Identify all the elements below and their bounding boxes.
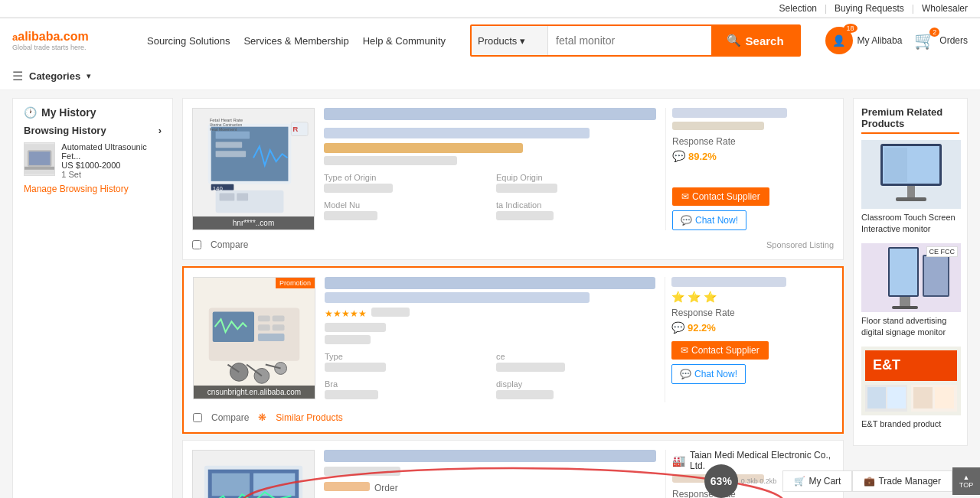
chevron-down-icon: ▾ (520, 35, 525, 47)
ce-badge: CE FCC (926, 246, 959, 257)
product-details-1: Type of Origin Equip Origin Model Nu (324, 108, 656, 230)
response-value-1: 89.2% (688, 151, 717, 162)
manage-history-link[interactable]: Manage Browsing History (24, 184, 162, 194)
product-image-2[interactable]: Promotion cnsunbright.en.alibaba.com (193, 277, 315, 399)
svg-text:Fetal Heart Rate: Fetal Heart Rate (210, 118, 243, 122)
svg-text:E&T: E&T (873, 357, 900, 373)
search-button[interactable]: 🔍 Search (711, 26, 799, 55)
response-rate-2: Response Rate (671, 308, 735, 318)
product-card-2: Promotion cnsunbright.en.alibaba.com ★★★… (182, 266, 844, 434)
supplier-domain-2: cnsunbright.en.alibaba.com (194, 386, 315, 399)
svg-rect-62 (913, 387, 933, 408)
product-image-1[interactable]: 140 R Fetal Heart Rate Uterine Contracti… (192, 108, 315, 230)
trade-icon: 💼 (864, 476, 875, 487)
premium-image-3: E&T (861, 347, 961, 415)
svg-rect-24 (273, 315, 285, 321)
contact-supplier-2[interactable]: ✉ Contact Supplier (671, 341, 769, 360)
premium-image-2: CE FCC (861, 243, 961, 312)
selection-link[interactable]: Selection (779, 3, 817, 14)
orders-label: Orders (939, 35, 968, 46)
svg-rect-26 (273, 324, 285, 330)
sidebar-product-item: Automated Ultrasounic Fet... US $1000-20… (24, 142, 162, 179)
premium-desc-2: Floor stand advertising digital signage … (861, 315, 959, 339)
nav-help[interactable]: Help & Community (363, 35, 446, 47)
product-details-2: ★★★★★ Type (325, 277, 655, 402)
nav-services[interactable]: Services & Membership (243, 35, 348, 47)
similar-products-icon: ❋ (258, 412, 266, 423)
svg-text:Fetal Movement: Fetal Movement (210, 128, 237, 132)
orders-button[interactable]: 🛒 2 Orders (914, 31, 968, 50)
svg-rect-54 (924, 256, 948, 295)
premium-item-2[interactable]: CE FCC Floor stand advertising digital s… (861, 243, 959, 339)
contact-icon-2: ✉ (681, 345, 688, 356)
response-icon-1: 💬 (672, 150, 685, 162)
svg-text:Uterine Contraction: Uterine Contraction (210, 123, 243, 127)
promo-badge-2: Promotion (276, 278, 315, 288)
my-alibaba-button[interactable]: 👤 18 My Alibaba (825, 27, 903, 54)
logo-sub: Global trade starts here. (12, 44, 87, 51)
search-input[interactable] (548, 26, 711, 55)
svg-rect-3 (24, 167, 54, 170)
supplier-star-icon: ⭐ (671, 291, 684, 303)
logo-text: alibaba.com (18, 30, 88, 44)
chat-icon-1: 💬 (681, 215, 692, 226)
chat-now-1[interactable]: 💬 Chat Now! (672, 210, 746, 230)
response-rate-1: Response Rate (672, 136, 736, 147)
compare-checkbox-2[interactable] (193, 413, 202, 422)
premium-title: Premium Related Products (861, 106, 959, 134)
compare-row-2: Compare ❋ Similar Products (193, 412, 833, 423)
svg-rect-25 (258, 324, 270, 330)
trade-manager-button[interactable]: 💼 Trade Manager (852, 470, 952, 492)
wholesaler-link[interactable]: Wholesaler (922, 3, 968, 14)
compare-label-2[interactable]: Compare (211, 412, 249, 423)
categories-chevron-icon: ▾ (87, 71, 91, 81)
sep1: | (825, 3, 827, 14)
contact-icon-1: ✉ (681, 191, 689, 202)
chat-now-2[interactable]: 💬 Chat Now! (671, 364, 746, 384)
scroll-top-button[interactable]: ▲ TOP (952, 467, 980, 495)
chevron-right-icon: › (158, 125, 162, 136)
sidebar-product-qty: 1 Set (61, 170, 162, 179)
cart-icon: 🛒 (794, 476, 805, 487)
svg-rect-13 (220, 194, 235, 201)
logo[interactable]: a alibaba.com Global trade starts here. (12, 30, 135, 51)
menu-icon: ☰ (12, 69, 23, 83)
svg-rect-45 (884, 148, 907, 182)
compare-label-1[interactable]: Compare (211, 239, 248, 250)
product-card-1: 140 R Fetal Heart Rate Uterine Contracti… (182, 98, 844, 260)
similar-products-link[interactable]: Similar Products (276, 412, 342, 423)
svg-rect-59 (867, 387, 886, 408)
premium-image-1 (861, 140, 961, 209)
svg-rect-2 (29, 151, 51, 165)
sponsored-label-1: Sponsored Listing (766, 240, 834, 249)
buying-requests-link[interactable]: Buying Requests (835, 3, 904, 14)
premium-item-1[interactable]: Classroom Touch Screen Interactive monit… (861, 140, 959, 236)
svg-rect-51 (900, 297, 910, 306)
svg-rect-47 (896, 197, 926, 201)
premium-item-3[interactable]: E&T E&T branded product (861, 347, 959, 430)
categories-label[interactable]: Categories (29, 70, 80, 82)
arrow-up-icon: ▲ (963, 474, 970, 481)
svg-rect-50 (890, 249, 917, 295)
premium-desc-3: E&T branded product (861, 418, 959, 430)
compare-checkbox-1[interactable] (192, 240, 201, 249)
premium-desc-1: Classroom Touch Screen Interactive monit… (861, 212, 959, 236)
product-details-3: Order Type: Doppler Ultrasound Equip Pla… (324, 450, 656, 498)
sidebar-product-name[interactable]: Automated Ultrasounic Fet... (61, 142, 162, 161)
my-history-title: My History (41, 106, 96, 119)
product-image-3[interactable]: Fetal Monitor Display (192, 450, 315, 498)
premium-panel: Premium Related Products (853, 98, 968, 498)
svg-rect-27 (258, 334, 285, 341)
product-right-2: ⭐ ⭐ ⭐ Response Rate 💬 92.2% (665, 277, 833, 402)
svg-rect-37 (212, 474, 250, 496)
product-right-1: Response Rate 💬 89.2% ✉ Contact Supplier (665, 108, 834, 230)
my-cart-button[interactable]: 🛒 My Cart (782, 470, 852, 492)
svg-rect-7 (216, 132, 250, 139)
svg-rect-8 (216, 142, 243, 148)
browsing-history-toggle[interactable]: Browsing History › (24, 125, 162, 136)
contact-supplier-1[interactable]: ✉ Contact Supplier (672, 187, 769, 206)
nav-sourcing[interactable]: Sourcing Solutions (147, 35, 230, 47)
search-category-dropdown[interactable]: Products ▾ (472, 26, 548, 55)
compare-row-1: Compare Sponsored Listing (192, 239, 834, 250)
svg-rect-23 (258, 315, 270, 321)
